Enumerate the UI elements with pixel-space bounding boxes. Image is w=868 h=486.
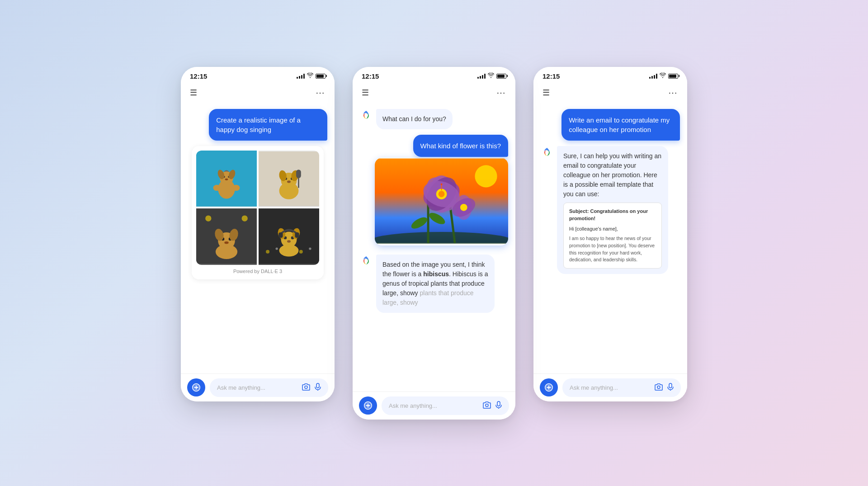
svg-point-31 — [242, 215, 248, 221]
camera-icon-right[interactable] — [655, 383, 663, 392]
battery-icon-center — [496, 74, 506, 79]
email-template: Subject: Congratulations on your promoti… — [563, 203, 662, 269]
more-icon-left[interactable]: ⋯ — [316, 87, 326, 98]
input-bar-right: Ask me anything... — [533, 373, 687, 401]
dog-image-4 — [259, 208, 319, 265]
input-field-left[interactable]: Ask me anything... — [210, 378, 328, 397]
signal-icon — [297, 73, 305, 79]
user-message-left: Create a realistic image of a happy dog … — [209, 109, 327, 141]
chat-action-button-left[interactable] — [187, 378, 205, 396]
dog-image-1 — [196, 151, 257, 207]
ai-response-intro-right: Sure, I can help you with writing an ema… — [563, 152, 661, 198]
fade-text: plants that produce large, showy — [382, 289, 474, 306]
svg-point-66 — [439, 191, 445, 197]
signal-icon-right — [649, 73, 657, 79]
center-phone: 12:15 — [353, 67, 515, 420]
more-icon-right[interactable]: ⋯ — [668, 87, 678, 98]
user-message-right: Write an email to congratulate my collea… — [561, 109, 680, 141]
chat-action-button-right[interactable] — [540, 378, 558, 396]
right-phone: 12:15 — [533, 67, 687, 401]
ai-response-message-right: Sure, I can help you with writing an ema… — [541, 146, 680, 274]
app-bar-left: ☰ ⋯ — [181, 84, 335, 104]
svg-point-36 — [309, 248, 311, 250]
battery-icon-right — [668, 74, 678, 79]
input-bar-left: Ask me anything... — [181, 373, 335, 401]
dall-e-caption: Powered by DALL·E 3 — [196, 265, 319, 275]
flower-message-group: What kind of flower is this? — [360, 135, 508, 245]
svg-point-27 — [224, 241, 228, 244]
svg-point-34 — [276, 248, 278, 250]
input-icons-center — [483, 401, 502, 411]
input-field-center[interactable]: Ask me anything... — [382, 396, 509, 415]
ai-response-bubble-center: Based on the image you sent, I think the… — [376, 255, 495, 313]
svg-point-76 — [486, 404, 488, 406]
svg-point-52 — [364, 113, 368, 117]
ai-greeting-bubble: What can I do for you? — [376, 109, 453, 129]
svg-point-35 — [299, 250, 303, 254]
app-bar-right: ☰ ⋯ — [533, 84, 687, 104]
signal-icon-center — [477, 73, 486, 79]
more-icon-center[interactable]: ⋯ — [496, 87, 506, 98]
ai-response-bubble-right: Sure, I can help you with writing an ema… — [557, 146, 668, 274]
input-placeholder-left: Ask me anything... — [217, 384, 265, 391]
chat-action-button-center[interactable] — [359, 396, 377, 415]
menu-icon-center[interactable]: ☰ — [362, 88, 369, 98]
svg-point-41 — [287, 240, 291, 242]
email-body: I am so happy to hear the news of your p… — [569, 235, 656, 264]
dog-image-3 — [196, 208, 257, 265]
ai-greeting-message: What can I do for you? — [360, 109, 508, 129]
wifi-icon-right — [660, 73, 666, 80]
chat-area-center: What can I do for you? What kind of flow… — [353, 104, 515, 392]
dog-image-2 — [259, 151, 319, 207]
status-icons-right — [649, 73, 678, 80]
ai-response-message-center: Based on the image you sent, I think the… — [360, 255, 508, 313]
svg-rect-84 — [669, 383, 672, 388]
ai-logo-right — [541, 146, 553, 159]
status-icons-center — [477, 73, 506, 80]
svg-point-68 — [440, 183, 442, 185]
flower-image — [375, 158, 508, 245]
svg-point-10 — [213, 184, 221, 190]
mic-icon-right[interactable] — [667, 383, 674, 392]
svg-point-54 — [475, 165, 497, 187]
svg-rect-49 — [316, 383, 319, 388]
menu-icon-right[interactable]: ☰ — [542, 88, 550, 98]
svg-rect-44 — [278, 232, 283, 238]
svg-point-11 — [232, 184, 240, 190]
ai-logo-center — [360, 109, 373, 122]
input-field-right[interactable]: Ask me anything... — [562, 378, 681, 397]
email-greeting: Hi [colleague's name], — [569, 225, 656, 233]
svg-point-30 — [205, 215, 211, 221]
svg-rect-77 — [497, 401, 500, 406]
mic-icon-left[interactable] — [315, 383, 321, 392]
menu-icon-left[interactable]: ☰ — [190, 88, 197, 98]
input-icons-right — [655, 383, 674, 392]
svg-point-83 — [657, 386, 660, 388]
svg-point-33 — [266, 250, 269, 254]
svg-point-73 — [364, 259, 368, 263]
time-left: 12:15 — [190, 72, 207, 80]
svg-point-71 — [460, 203, 467, 211]
svg-point-7 — [225, 178, 228, 180]
chat-area-left: Create a realistic image of a happy dog … — [181, 104, 335, 373]
svg-point-80 — [545, 151, 549, 154]
battery-icon — [316, 74, 326, 79]
wifi-icon-center — [488, 73, 494, 80]
wifi-icon — [307, 73, 313, 80]
chat-area-right: Write an email to congratulate my collea… — [533, 104, 687, 373]
time-right: 12:15 — [542, 72, 560, 80]
time-center: 12:15 — [362, 72, 379, 80]
mic-icon-center[interactable] — [495, 401, 502, 411]
dog-images-grid — [196, 151, 319, 265]
phones-container: 12:15 — [0, 0, 868, 486]
ai-logo-center-2 — [360, 255, 373, 267]
svg-point-17 — [287, 180, 291, 183]
camera-icon-left[interactable] — [302, 383, 310, 392]
image-grid-left: Powered by DALL·E 3 — [192, 146, 324, 279]
status-icons-left — [297, 73, 326, 80]
input-icons-left — [302, 383, 321, 392]
left-phone: 12:15 — [181, 67, 335, 401]
camera-icon-center[interactable] — [483, 401, 491, 410]
app-bar-center: ☰ ⋯ — [353, 84, 515, 104]
input-placeholder-center: Ask me anything... — [389, 402, 437, 409]
